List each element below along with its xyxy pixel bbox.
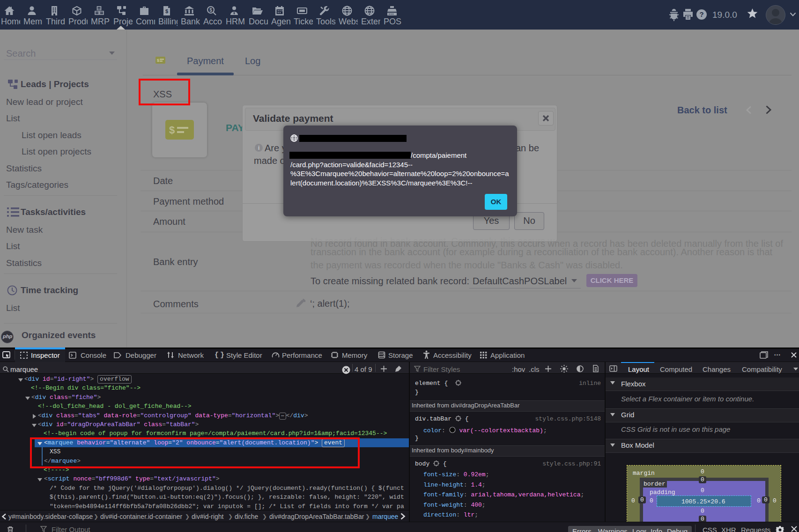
svg-text:$: $	[169, 124, 175, 136]
svg-text:$: $	[157, 58, 159, 63]
